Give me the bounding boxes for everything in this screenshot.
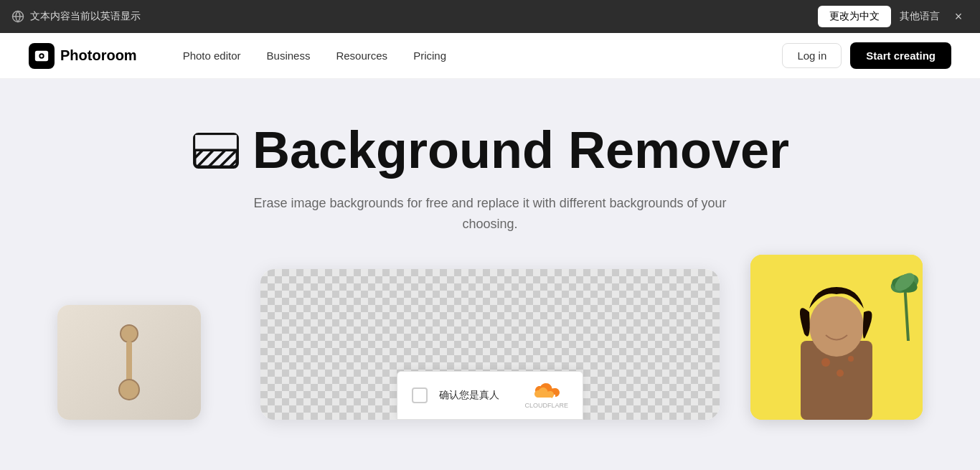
nav-resources[interactable]: Resources xyxy=(324,44,399,67)
cloudflare-cloud-icon xyxy=(532,382,561,400)
start-creating-button[interactable]: Start creating xyxy=(850,42,951,69)
banner-left: 文本内容当前以英语显示 xyxy=(11,10,809,23)
svg-point-4 xyxy=(40,55,43,57)
logo-text: Photoroom xyxy=(60,47,137,64)
hero-section: Background Remover Erase image backgroun… xyxy=(0,79,980,470)
captcha-overlay: 确认您是真人 CLOUDFLARE xyxy=(397,371,583,420)
banner-message: 文本内容当前以英语显示 xyxy=(30,10,141,23)
jewelry-preview xyxy=(100,319,158,405)
hero-title-area: Background Remover xyxy=(191,122,789,179)
other-languages-button[interactable]: 其他语言 xyxy=(900,10,940,23)
globe-icon xyxy=(11,10,24,23)
svg-point-24 xyxy=(837,370,844,377)
banner-actions: 更改为中文 其他语言 × xyxy=(818,6,969,27)
nav-links: Photo editor Business Resources Pricing xyxy=(171,44,783,67)
top-banner: 文本内容当前以英语显示 更改为中文 其他语言 × xyxy=(0,0,980,33)
nav-photo-editor[interactable]: Photo editor xyxy=(171,44,253,67)
hero-subtitle: Erase image backgrounds for free and rep… xyxy=(239,193,741,235)
cloudflare-label: CLOUDFLARE xyxy=(524,402,568,409)
svg-point-25 xyxy=(848,356,854,362)
nav-pricing[interactable]: Pricing xyxy=(402,44,458,67)
main-preview-card: 确认您是真人 CLOUDFLARE xyxy=(260,269,720,420)
svg-rect-12 xyxy=(195,135,237,151)
nav-business[interactable]: Business xyxy=(255,44,322,67)
card-container: 确认您是真人 CLOUDFLARE xyxy=(29,269,951,420)
svg-point-14 xyxy=(121,325,138,342)
svg-point-23 xyxy=(821,358,830,367)
svg-rect-15 xyxy=(126,341,132,384)
change-language-button[interactable]: 更改为中文 xyxy=(818,6,891,27)
captcha-label: 确认您是真人 xyxy=(439,389,499,402)
left-preview-card xyxy=(57,305,201,420)
login-button[interactable]: Log in xyxy=(782,43,842,68)
logo-icon xyxy=(29,43,55,69)
svg-point-22 xyxy=(809,296,864,357)
navbar: Photoroom Photo editor Business Resource… xyxy=(0,33,980,79)
right-preview-card xyxy=(750,255,923,420)
logo[interactable]: Photoroom xyxy=(29,43,137,69)
background-remover-icon xyxy=(191,126,241,176)
banner-close-button[interactable]: × xyxy=(948,6,969,27)
nav-actions: Log in Start creating xyxy=(782,42,951,69)
svg-point-16 xyxy=(119,380,139,400)
hero-title: Background Remover xyxy=(253,122,789,179)
eraser-icon xyxy=(191,126,241,176)
person-silhouette xyxy=(779,283,894,420)
captcha-checkbox[interactable] xyxy=(412,387,428,403)
photoroom-icon xyxy=(34,48,50,64)
cloudflare-logo: CLOUDFLARE xyxy=(524,382,568,409)
